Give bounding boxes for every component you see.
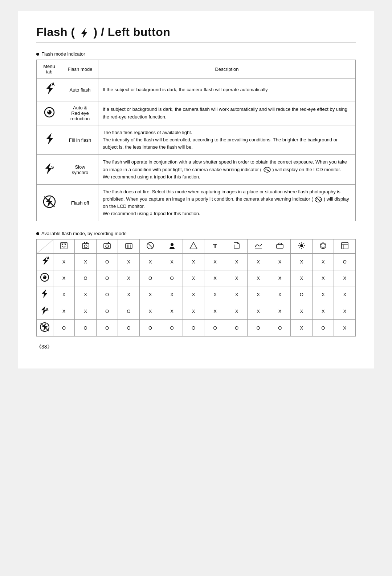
flash-grid-table: T (36, 239, 356, 337)
table-row: A Auto flash If the subject or backgroun… (37, 78, 356, 101)
svg-point-26 (300, 244, 303, 247)
svg-text:A: A (47, 256, 49, 260)
table-row: Flash off The flash does not fire. Selec… (37, 184, 356, 221)
grid-cell: X (291, 270, 313, 286)
grid-cell: O (161, 320, 183, 337)
grid-cell: X (161, 254, 183, 270)
grid-cell: X (226, 286, 248, 303)
grid-cell: X (53, 254, 75, 270)
grid-cell: X (183, 303, 204, 320)
grid-cell: O (204, 320, 226, 337)
grid-col-6 (161, 239, 183, 254)
grid-cell: X (269, 286, 291, 303)
grid-cell: O (269, 320, 291, 337)
svg-rect-13 (61, 242, 67, 249)
desc-auto-flash: If the subject or background is dark, th… (98, 78, 356, 101)
grid-cell: O (53, 320, 75, 337)
mode-slow-synchro: Slow synchro (62, 155, 98, 184)
grid-cell: X (75, 303, 97, 320)
svg-marker-6 (46, 133, 53, 145)
grid-cell: O (96, 303, 118, 320)
grid-cell: X (312, 303, 334, 320)
grid-cell: X (291, 303, 313, 320)
grid-corner (37, 239, 53, 254)
bullet-dot (36, 53, 39, 56)
mode-auto-flash: Auto flash (62, 78, 98, 101)
grid-cell: X (53, 270, 75, 286)
grid-cell: O (226, 320, 248, 337)
desc-flash-off: The flash does not fire. Select this mod… (98, 184, 356, 221)
flash-mode-indicator-label: Flash mode indicator (36, 51, 356, 57)
svg-point-19 (106, 245, 109, 248)
icon-slow-synchro: S (37, 155, 62, 184)
grid-cell: O (139, 270, 161, 286)
grid-cell: X (269, 254, 291, 270)
svg-point-23 (171, 243, 173, 246)
grid-cell: X (248, 270, 269, 286)
grid-cell: X (291, 320, 313, 337)
grid-cell: X (269, 270, 291, 286)
svg-text:A: A (52, 82, 55, 87)
col-header-flash-mode: Flash mode (62, 60, 98, 78)
grid-cell: X (334, 286, 356, 303)
grid-cell: O (96, 254, 118, 270)
svg-marker-24 (190, 242, 197, 249)
grid-cell: X (118, 254, 140, 270)
grid-cell: X (226, 303, 248, 320)
grid-cell: O (183, 320, 204, 337)
icon-flash-off (37, 184, 62, 221)
grid-cell: X (204, 286, 226, 303)
col-header-menu-tab: Menu tab (37, 60, 62, 78)
page-title: Flash ( ) / Left button (36, 25, 356, 43)
bullet-dot-2 (36, 232, 39, 235)
grid-col-1 (53, 239, 75, 254)
grid-col-8: T (204, 239, 226, 254)
grid-col-5 (139, 239, 161, 254)
grid-cell: X (118, 286, 140, 303)
available-flash-label: Available flash mode, by recording mode (36, 231, 356, 236)
svg-text:S: S (51, 165, 54, 169)
svg-marker-0 (81, 28, 87, 38)
grid-cell: X (75, 254, 97, 270)
grid-cell: X (183, 286, 204, 303)
grid-cell: X (334, 303, 356, 320)
grid-cell: X (334, 320, 356, 337)
icon-fill-flash (37, 125, 62, 155)
grid-cell: X (248, 254, 269, 270)
grid-cell: X (139, 254, 161, 270)
grid-cell: X (53, 286, 75, 303)
grid-col-13 (312, 239, 334, 254)
grid-cell: X (226, 270, 248, 286)
mode-flash-off: Flash off (62, 184, 98, 221)
grid-cell: O (96, 320, 118, 337)
grid-col-4 (118, 239, 140, 254)
grid-cell: O (161, 270, 183, 286)
svg-point-43 (44, 276, 45, 277)
svg-point-15 (84, 242, 85, 243)
desc-fill-flash: The flash fires regardless of available … (98, 125, 356, 155)
grid-col-11 (269, 239, 291, 254)
flash-mode-table: Menu tab Flash mode Description A Auto f… (36, 60, 356, 221)
grid-row-icon-1 (37, 270, 53, 286)
grid-row: OOOOOOOOOOOXOX (37, 320, 356, 337)
grid-row: XXOXXXXXXXXOXX (37, 286, 356, 303)
grid-cell: X (53, 303, 75, 320)
grid-cell: X (312, 286, 334, 303)
svg-line-33 (303, 243, 304, 244)
grid-cell: X (75, 286, 97, 303)
icon-red-eye (37, 101, 62, 125)
grid-col-12 (291, 239, 313, 254)
svg-point-17 (84, 245, 87, 248)
grid-cell: O (75, 320, 97, 337)
desc-slow-synchro: The flash will operate in conjunction wi… (98, 155, 356, 184)
grid-cell: O (96, 270, 118, 286)
grid-row: AXXOXXXXXXXXXXO (37, 254, 356, 270)
grid-row: XOOXOOXXXXXXXX (37, 270, 356, 286)
svg-line-32 (303, 247, 304, 248)
svg-line-22 (148, 243, 153, 248)
grid-cell: X (139, 286, 161, 303)
svg-text:S: S (46, 308, 49, 312)
grid-cell: X (269, 303, 291, 320)
svg-point-5 (48, 110, 49, 112)
icon-auto-flash: A (37, 78, 62, 101)
